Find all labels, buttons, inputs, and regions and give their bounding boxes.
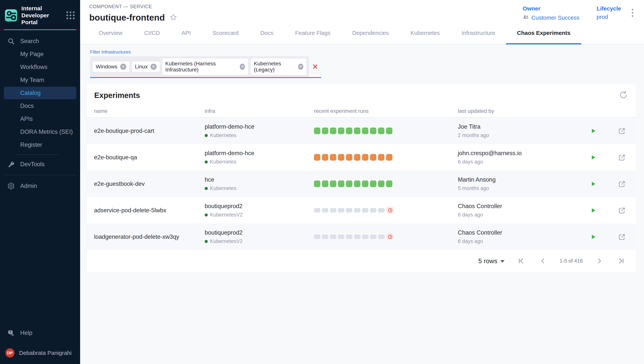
run-bar-passed[interactable] [386,180,392,187]
run-bar-failed[interactable] [346,154,352,161]
run-bar-passed[interactable] [354,180,360,187]
chip-remove-icon[interactable]: ✕ [298,64,303,70]
pending-run-clock-icon[interactable] [387,233,394,240]
refresh-icon[interactable] [619,90,628,100]
run-bar-queued[interactable] [330,234,336,239]
experiment-row[interactable]: e2e-boutique-prod-cart platform-demo-hce… [87,118,636,144]
chip-remove-icon[interactable]: ✕ [240,64,245,70]
filter-chip-kubernetes-legacy[interactable]: Kubernetes (Legacy) ✕ [251,58,306,75]
run-bar-passed[interactable] [346,180,352,187]
run-bar-queued[interactable] [322,234,328,239]
clear-all-filters-icon[interactable]: ✕ [309,62,321,71]
sidebar-item-docs[interactable]: Docs [4,100,76,112]
open-experiment-icon[interactable] [615,230,628,244]
run-bar-passed[interactable] [314,180,320,187]
open-experiment-icon[interactable] [615,124,628,138]
tab-kubernetes[interactable]: Kubernetes [400,23,451,44]
run-bar-queued[interactable] [346,208,352,212]
open-experiment-icon[interactable] [615,151,628,164]
run-bar-passed[interactable] [362,180,368,187]
sidebar-item-catalog[interactable]: Catalog [4,87,76,99]
tab-dependencies[interactable]: Dependencies [341,23,400,44]
run-bar-queued[interactable] [378,208,384,212]
run-bar-queued[interactable] [338,208,344,212]
experiment-row[interactable]: e2e-guestbook-dev hce Kubernetes Martin … [87,170,636,197]
run-bar-failed[interactable] [330,154,336,161]
sidebar-item-apis[interactable]: APIs [4,113,76,125]
run-bar-failed[interactable] [370,154,376,161]
harness-idp-logo-icon[interactable] [5,9,17,22]
open-experiment-icon[interactable] [615,177,628,190]
sidebar-item-devtools[interactable]: DevTools [4,158,76,170]
run-bar-passed[interactable] [370,180,376,187]
filter-chip-linux[interactable]: Linux ✕ [132,62,160,72]
run-bar-queued[interactable] [370,234,376,239]
experiment-row[interactable]: loadgenerator-pod-delete-xw3qy boutiquep… [87,224,636,250]
chip-remove-icon[interactable]: ✕ [151,64,157,70]
run-bar-passed[interactable] [378,180,384,187]
run-bar-failed[interactable] [354,154,360,161]
sidebar-item-help[interactable]: ? Help [4,327,76,339]
filter-chip-windows[interactable]: Windows ✕ [93,62,129,72]
sidebar-item-workflows[interactable]: Workflows [4,61,76,73]
experiment-row[interactable]: adservice-pod-delete-5lwbx boutiqueprod2… [87,197,636,224]
run-experiment-button[interactable] [587,204,600,217]
run-bar-queued[interactable] [322,208,328,212]
run-bar-passed[interactable] [322,128,328,134]
first-page-button[interactable] [516,256,526,266]
run-bar-failed[interactable] [378,154,384,161]
run-experiment-button[interactable] [587,151,600,164]
run-experiment-button[interactable] [587,177,600,190]
run-bar-queued[interactable] [354,234,360,239]
pending-run-clock-icon[interactable] [387,207,394,214]
run-bar-passed[interactable] [338,180,344,187]
run-bar-queued[interactable] [330,208,336,212]
run-bar-passed[interactable] [346,128,352,134]
run-bar-queued[interactable] [354,208,360,212]
run-bar-passed[interactable] [386,128,392,134]
sidebar-item-search[interactable]: Search [4,35,76,48]
run-bar-passed[interactable] [362,128,368,134]
apps-grid-icon[interactable] [66,11,76,20]
run-bar-failed[interactable] [322,154,328,161]
experiment-row[interactable]: e2e-boutique-qa platform-demo-hce Kubern… [87,144,636,170]
prev-page-button[interactable] [538,256,548,266]
sidebar-item-my-team[interactable]: My Team [4,74,76,86]
kebab-menu-icon[interactable] [631,8,634,18]
run-bar-queued[interactable] [370,208,376,212]
sidebar-item-register[interactable]: Register [4,138,76,151]
run-bar-failed[interactable] [338,154,344,161]
run-bar-queued[interactable] [362,208,368,212]
run-bar-queued[interactable] [378,234,384,239]
next-page-button[interactable] [594,256,604,266]
run-bar-queued[interactable] [314,208,320,212]
sidebar-item-dora-metrics[interactable]: DORA Metrics (SEI) [4,126,76,138]
run-bar-queued[interactable] [338,234,344,239]
sidebar-item-admin[interactable]: Admin [4,180,76,192]
tab-cicd[interactable]: CI/CD [133,23,171,44]
last-page-button[interactable] [616,256,626,266]
run-bar-queued[interactable] [346,234,352,239]
tab-feature-flags[interactable]: Feature Flags [284,23,341,44]
owner-link[interactable]: Customer Success [531,14,579,21]
run-experiment-button[interactable] [587,230,600,244]
user-menu[interactable]: DP Debabrata Panigrahi [0,346,80,358]
run-bar-queued[interactable] [314,234,320,239]
run-experiment-button[interactable] [587,124,600,138]
rows-per-page-select[interactable]: 5 rows [478,257,505,265]
run-bar-failed[interactable] [362,154,368,161]
run-bar-passed[interactable] [330,180,336,187]
favorite-star-icon[interactable] [169,13,177,22]
sidebar-item-my-page[interactable]: My Page [4,48,76,60]
infrastructure-filter-input[interactable]: Windows ✕ Linux ✕ Kubernetes (Harness In… [90,56,309,77]
tab-scorecard[interactable]: Scorecard [202,23,249,44]
tab-infrastructure[interactable]: Infrastructure [451,23,506,44]
run-bar-passed[interactable] [378,128,384,134]
open-experiment-icon[interactable] [615,204,628,217]
tab-docs[interactable]: Docs [249,23,284,44]
tab-api[interactable]: API [171,23,202,44]
run-bar-failed[interactable] [386,154,392,161]
run-bar-passed[interactable] [322,180,328,187]
chip-remove-icon[interactable]: ✕ [120,64,126,70]
run-bar-passed[interactable] [330,128,336,134]
